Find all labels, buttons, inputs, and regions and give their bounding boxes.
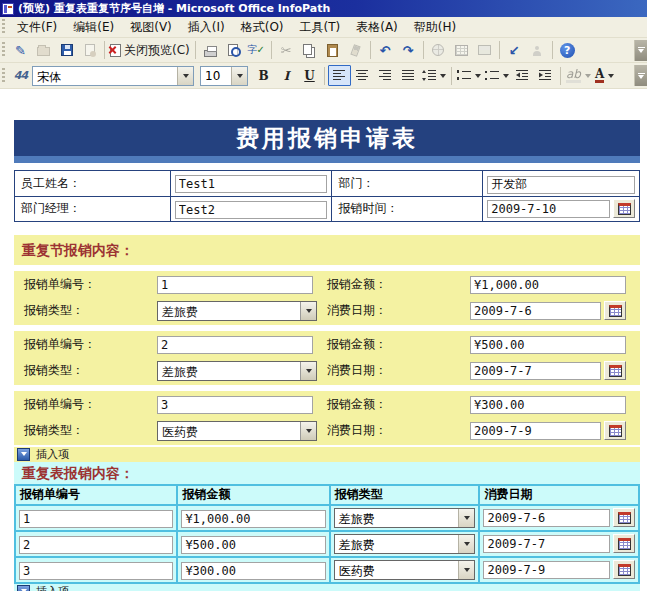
close-preview-button[interactable]: 关闭预览(C) [108,40,192,61]
bold-button[interactable]: B [252,65,275,86]
toolbar-options-button[interactable] [634,40,647,61]
print-preview-button[interactable] [222,40,245,61]
insert-picture-button[interactable] [473,40,496,61]
dropdown-button[interactable] [458,509,474,527]
claim-no-input[interactable] [157,336,313,354]
increase-indent-icon [539,70,552,81]
font-name-dropdown-button[interactable] [177,67,193,85]
font-name-combo[interactable]: 宋体 [32,66,194,86]
contacts-button[interactable] [526,40,549,61]
permission-button[interactable] [78,40,101,61]
dropdown-button[interactable] [300,302,316,320]
toolbar-options-button[interactable] [634,65,647,86]
increase-indent-button[interactable] [534,65,557,86]
justify-button[interactable] [397,65,420,86]
expense-type-dropdown[interactable]: 医药费 [157,421,317,441]
dropdown-button[interactable] [458,535,474,553]
toolbar-grip[interactable] [2,19,5,35]
date-picker-button[interactable] [613,199,635,218]
design-this-form-button[interactable]: ↙ [503,40,526,61]
claim-date-input[interactable] [487,200,610,218]
table-grid-icon [455,45,468,56]
align-left-button[interactable] [328,65,351,86]
amount-input[interactable] [470,276,626,294]
claim-no-input[interactable] [19,510,173,528]
align-center-button[interactable] [351,65,374,86]
numbered-list-button[interactable] [455,65,483,86]
dropdown-button[interactable] [458,561,474,579]
expense-date-input[interactable] [470,302,601,320]
expense-date-input[interactable] [483,561,610,579]
underline-button[interactable]: U [298,65,321,86]
styles-button[interactable]: 44 [9,65,32,86]
toolbar-grip[interactable] [2,42,5,58]
amount-input[interactable] [181,536,325,554]
claim-no-input[interactable] [157,276,313,294]
font-size-dropdown-button[interactable] [231,67,247,85]
copy-icon [303,44,312,55]
font-size-combo[interactable]: 10 [200,66,248,86]
font-color-button[interactable]: A [593,65,616,86]
claim-no-input[interactable] [157,396,313,414]
format-painter-button[interactable] [344,40,367,61]
manager-input[interactable] [175,201,328,219]
expense-date-input[interactable] [470,362,601,380]
amount-input[interactable] [470,396,626,414]
department-input[interactable] [487,176,635,194]
line-spacing-button[interactable] [420,65,448,86]
claim-no-label: 报销单编号： [14,396,157,413]
bullet-list-button[interactable] [483,65,511,86]
insert-item-control[interactable]: 插入项 [14,447,640,462]
menu-edit[interactable]: 编辑(E) [65,17,122,38]
spelling-button[interactable]: 字 ✓ [245,40,268,61]
dropdown-button[interactable] [300,362,316,380]
copy-button[interactable] [298,40,321,61]
insert-table-button[interactable] [450,40,473,61]
expense-type-dropdown[interactable]: 差旅费 [157,361,317,381]
menu-format[interactable]: 格式(O) [233,17,292,38]
expense-date-input[interactable] [470,422,601,440]
date-picker-button[interactable] [604,361,626,380]
redo-button[interactable]: ↷ [397,40,420,61]
expense-date-input[interactable] [483,509,610,527]
print-button[interactable] [199,40,222,61]
help-button[interactable]: ? [556,40,579,61]
decrease-indent-button[interactable] [511,65,534,86]
chevron-down-icon [306,369,312,373]
insert-item-control[interactable]: 插入项 [14,584,640,591]
open-button[interactable] [32,40,55,61]
menu-view[interactable]: 视图(V) [122,17,180,38]
expense-type-dropdown[interactable]: 医药费 [334,560,476,580]
claim-no-input[interactable] [19,536,173,554]
expense-type-dropdown[interactable]: 差旅费 [334,508,476,528]
align-right-button[interactable] [374,65,397,86]
amount-input[interactable] [181,562,325,580]
menu-file[interactable]: 文件(F) [9,17,65,38]
menu-tools[interactable]: 工具(T) [292,17,349,38]
menu-help[interactable]: 帮助(H) [406,17,464,38]
menu-table[interactable]: 表格(A) [348,17,406,38]
amount-input[interactable] [470,336,626,354]
insert-hyperlink-button[interactable] [427,40,450,61]
highlight-button[interactable]: ab [564,65,593,86]
employee-name-input[interactable] [175,175,328,193]
toolbar-grip[interactable] [2,68,5,84]
cut-button[interactable]: ✂ [275,40,298,61]
undo-button[interactable]: ↶ [374,40,397,61]
date-picker-button[interactable] [604,421,626,440]
date-picker-button[interactable] [604,301,626,320]
expense-date-input[interactable] [483,535,610,553]
date-picker-button[interactable] [613,534,635,553]
fill-out-form-button[interactable]: ✎ [9,40,32,61]
claim-no-input[interactable] [19,562,173,580]
save-button[interactable] [55,40,78,61]
amount-input[interactable] [181,510,325,528]
dropdown-button[interactable] [300,422,316,440]
date-picker-button[interactable] [613,508,635,527]
expense-type-dropdown[interactable]: 差旅费 [157,301,317,321]
date-picker-button[interactable] [613,560,635,579]
italic-button[interactable]: I [275,65,298,86]
menu-insert[interactable]: 插入(I) [180,17,233,38]
paste-button[interactable] [321,40,344,61]
expense-type-dropdown[interactable]: 差旅费 [334,534,476,554]
